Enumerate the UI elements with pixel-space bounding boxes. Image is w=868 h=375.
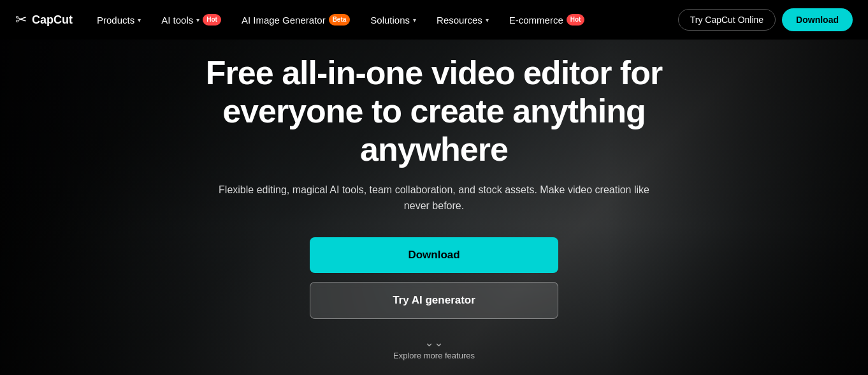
nav-item-ai-image[interactable]: AI Image Generator Beta [233, 9, 359, 31]
hero-subtitle: Flexible editing, magical AI tools, team… [217, 182, 651, 214]
nav-item-solutions[interactable]: Solutions ▾ [361, 10, 425, 31]
logo-text: CapCut [32, 13, 73, 27]
hero-section: Free all-in-one video editor for everyon… [0, 0, 868, 375]
chevron-down-icon: ▾ [486, 17, 489, 24]
hero-content: Free all-in-one video editor for everyon… [147, 54, 721, 360]
chevron-down-icon: ▾ [413, 17, 416, 24]
nav-item-ai-tools[interactable]: AI tools ▾ Hot [152, 9, 230, 31]
beta-badge: Beta [329, 14, 351, 26]
chevron-double-icon: ⌄⌄ [424, 337, 444, 348]
try-ai-generator-button[interactable]: Try AI generator [310, 282, 558, 319]
try-online-button[interactable]: Try CapCut Online [678, 9, 776, 31]
nav-item-products[interactable]: Products ▾ [88, 10, 150, 31]
hot-badge: Hot [203, 14, 221, 26]
nav-download-button[interactable]: Download [782, 8, 853, 31]
logo[interactable]: ✂ CapCut [15, 11, 73, 28]
chevron-down-icon: ▾ [196, 17, 199, 24]
nav-item-resources[interactable]: Resources ▾ [428, 10, 498, 31]
hero-title: Free all-in-one video editor for everyon… [147, 54, 721, 168]
download-button[interactable]: Download [310, 237, 558, 273]
chevron-down-icon: ▾ [138, 17, 141, 24]
nav-item-ecommerce[interactable]: E-commerce Hot [500, 9, 594, 31]
explore-label: Explore more features [393, 351, 475, 360]
logo-icon: ✂ [15, 11, 27, 28]
hot-badge-ecommerce: Hot [567, 14, 585, 26]
explore-more[interactable]: ⌄⌄ Explore more features [393, 337, 475, 360]
nav-right: Try CapCut Online Download [678, 8, 853, 31]
nav-items: Products ▾ AI tools ▾ Hot AI Image Gener… [88, 9, 678, 31]
navbar: ✂ CapCut Products ▾ AI tools ▾ Hot AI Im… [0, 0, 868, 40]
